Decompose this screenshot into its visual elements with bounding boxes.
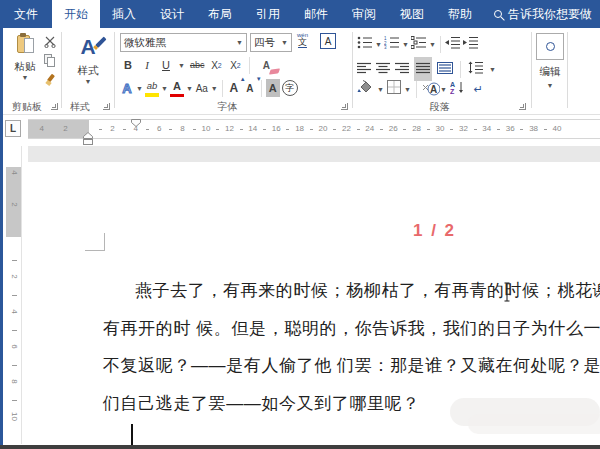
font-color-dropdown-icon[interactable]: ▼ bbox=[186, 85, 193, 92]
document-text-line[interactable]: 们自己逃走了罢——如今又到了哪里呢？ bbox=[103, 392, 420, 415]
ribbon-tab-bar: 文件 开始 插入 设计 布局 引用 邮件 审阅 视图 帮助 告诉我你想要做 bbox=[0, 0, 600, 28]
highlight-button[interactable]: ab bbox=[145, 79, 159, 97]
document-page[interactable]: 1 / 2 燕子去了，有再来的时候；杨柳枯了，有再青的时候；桃花谢了 有再开的时… bbox=[28, 162, 600, 445]
cut-button[interactable] bbox=[44, 36, 57, 48]
italic-button[interactable]: I bbox=[140, 56, 154, 74]
copy-button[interactable] bbox=[44, 54, 56, 67]
tab-selector[interactable]: L bbox=[5, 120, 21, 137]
tab-layout[interactable]: 布局 bbox=[196, 0, 244, 28]
page-top-gap bbox=[28, 146, 600, 162]
font-color-button[interactable]: A bbox=[170, 79, 184, 97]
multilevel-dropdown-icon[interactable]: ▼ bbox=[429, 41, 436, 48]
paste-button[interactable]: 粘贴 ▼ bbox=[10, 32, 40, 96]
shading-button[interactable] bbox=[357, 80, 374, 98]
text-effects-dropdown-icon[interactable]: ▼ bbox=[136, 85, 143, 92]
bullets-dropdown-icon[interactable]: ▼ bbox=[375, 41, 382, 48]
subscript-button[interactable]: X2 bbox=[209, 56, 223, 74]
document-text-line[interactable]: 有再开的时 候。但是，聪明的，你告诉我，我们的日子为什么一 bbox=[103, 317, 600, 340]
distributed-button[interactable] bbox=[437, 60, 453, 78]
styles-dialog-launcher[interactable] bbox=[103, 103, 110, 110]
tell-me-label: 告诉我你想要做 bbox=[508, 6, 592, 23]
ruler-tick bbox=[123, 129, 126, 130]
underline-dropdown-icon[interactable]: ▼ bbox=[178, 62, 185, 69]
styles-label: 样式 bbox=[66, 64, 110, 78]
superscript-button[interactable]: X2 bbox=[228, 56, 242, 74]
text-effects-button[interactable]: A bbox=[120, 79, 134, 97]
clear-formatting-button[interactable]: A bbox=[259, 56, 273, 74]
line-spacing-button[interactable] bbox=[468, 60, 484, 78]
ruler-tick bbox=[12, 260, 17, 261]
ruler-tick bbox=[146, 129, 149, 130]
first-line-indent-marker[interactable] bbox=[131, 119, 141, 127]
ruler-tick bbox=[520, 129, 523, 130]
find-button[interactable] bbox=[536, 33, 564, 60]
strikethrough-button[interactable]: abc bbox=[190, 56, 205, 74]
tab-references[interactable]: 引用 bbox=[244, 0, 292, 28]
clipboard-group-label: 剪贴板 bbox=[4, 100, 50, 114]
asian-layout-button[interactable]: A ▼ bbox=[422, 82, 447, 96]
horizontal-ruler[interactable]: 42246810121416182022242628303234363840 bbox=[28, 119, 600, 139]
tab-insert[interactable]: 插入 bbox=[100, 0, 148, 28]
styles-button[interactable]: A 样式 ▼ bbox=[66, 34, 110, 98]
ruler-tick bbox=[12, 400, 17, 401]
tab-view[interactable]: 视图 bbox=[388, 0, 436, 28]
left-indent-marker[interactable] bbox=[83, 132, 93, 145]
ruler-number: 8 bbox=[10, 377, 19, 387]
align-right-button[interactable] bbox=[395, 60, 409, 78]
tab-design[interactable]: 设计 bbox=[148, 0, 196, 28]
editing-group-button[interactable]: 编辑 ▼ bbox=[535, 33, 565, 89]
format-painter-button[interactable] bbox=[45, 74, 57, 86]
divider bbox=[460, 61, 461, 78]
document-text-line[interactable]: 燕子去了，有再来的时候；杨柳枯了，有再青的时候；桃花谢了 bbox=[135, 279, 600, 302]
underline-button[interactable]: U bbox=[159, 56, 173, 74]
font-size-combo[interactable]: 四号 ▼ bbox=[250, 33, 292, 52]
clipboard-dialog-launcher[interactable] bbox=[51, 103, 58, 110]
bullets-button[interactable] bbox=[357, 35, 373, 53]
line-spacing-dropdown-icon[interactable]: ▼ bbox=[489, 66, 496, 73]
borders-dropdown-icon[interactable]: ▼ bbox=[404, 86, 411, 93]
tab-review[interactable]: 审阅 bbox=[340, 0, 388, 28]
bold-button[interactable]: B bbox=[121, 56, 135, 74]
tab-mailings[interactable]: 邮件 bbox=[292, 0, 340, 28]
group-divider bbox=[61, 32, 62, 108]
character-border-button[interactable]: A bbox=[320, 33, 336, 49]
show-marks-button[interactable]: ↵ bbox=[474, 83, 483, 96]
styles-icon: A bbox=[80, 36, 95, 57]
font-dialog-launcher[interactable] bbox=[341, 103, 348, 110]
tell-me-search[interactable]: 告诉我你想要做 bbox=[484, 0, 592, 28]
justify-button[interactable] bbox=[414, 57, 432, 81]
ruler-tick bbox=[333, 129, 336, 130]
align-left-button[interactable] bbox=[357, 60, 371, 78]
grow-font-button[interactable]: A▲ bbox=[227, 79, 241, 97]
enclose-characters-button[interactable]: 字 bbox=[282, 80, 298, 96]
phonetic-guide-icon: wén 文 bbox=[297, 32, 308, 48]
numbering-button[interactable]: 123 bbox=[384, 35, 400, 53]
ruler-tick bbox=[427, 129, 430, 130]
decrease-indent-button[interactable] bbox=[445, 35, 461, 53]
phonetic-guide-button[interactable]: wén 文 bbox=[297, 32, 308, 48]
increase-indent-button[interactable] bbox=[463, 35, 479, 53]
document-text-line[interactable]: 不复返呢？——是有人偷了他 们罢：那是谁？又藏在何处呢？是 bbox=[103, 354, 600, 377]
ruler-number: 24 bbox=[364, 124, 376, 133]
shrink-font-button[interactable]: A▼ bbox=[243, 79, 257, 97]
borders-button[interactable] bbox=[387, 80, 401, 98]
font-name-combo[interactable]: 微软雅黑 ▼ bbox=[120, 33, 247, 52]
change-case-dropdown-icon[interactable]: ▼ bbox=[211, 85, 218, 92]
text-caret bbox=[131, 424, 133, 445]
tab-help[interactable]: 帮助 bbox=[436, 0, 484, 28]
paste-label: 粘贴 bbox=[10, 60, 40, 74]
paragraph-dialog-launcher[interactable] bbox=[519, 103, 526, 110]
align-center-button[interactable] bbox=[376, 60, 390, 78]
divider bbox=[261, 80, 262, 97]
tab-home[interactable]: 开始 bbox=[52, 0, 100, 28]
highlight-dropdown-icon[interactable]: ▼ bbox=[161, 85, 168, 92]
ruler-number: 8 bbox=[177, 124, 189, 133]
change-case-button[interactable]: Aa bbox=[195, 79, 209, 97]
tab-file[interactable]: 文件 bbox=[0, 0, 52, 28]
multilevel-list-button[interactable] bbox=[411, 35, 427, 53]
vertical-ruler[interactable]: 42246810 bbox=[6, 146, 22, 444]
character-shading-button[interactable]: A bbox=[266, 79, 280, 97]
sort-button[interactable]: AZ bbox=[450, 80, 465, 98]
shading-dropdown-icon[interactable]: ▼ bbox=[377, 86, 384, 93]
numbering-dropdown-icon[interactable]: ▼ bbox=[402, 41, 409, 48]
